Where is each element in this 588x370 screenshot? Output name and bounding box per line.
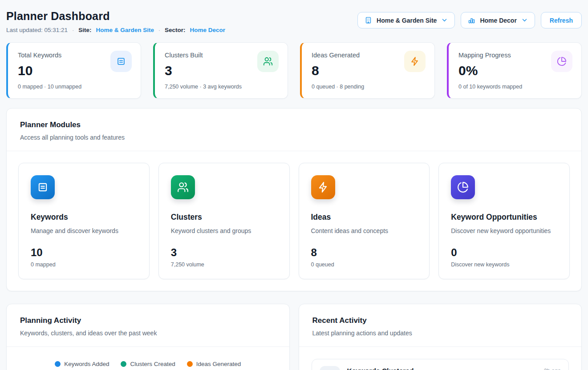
chevron-down-icon [521,17,528,24]
planner-modules-header: Planner Modules Access all planning tool… [7,109,581,151]
site-selector-value: Home & Garden Site [377,17,437,24]
stat-subtext: 0 of 10 keywords mapped [458,84,572,90]
document-icon [110,51,132,72]
module-card-ideas[interactable]: Ideas Content ideas and concepts 8 0 que… [299,163,430,279]
stat-subtext: 0 mapped · 10 unmapped [18,84,131,90]
site-label: Site: [78,27,91,33]
page-title: Planner Dashboard [6,10,225,23]
planning-activity-panel: Planning Activity Keywords, clusters, an… [6,304,290,370]
zap-icon [404,51,426,72]
pie-chart-icon [451,175,475,199]
module-description: Keyword clusters and groups [171,227,277,234]
section-title: Planner Modules [20,121,568,129]
zap-icon [311,175,335,199]
users-icon [320,366,340,370]
activity-timestamp: 2h ago [544,366,561,370]
module-description: Content ideas and concepts [311,227,418,234]
activity-list-item: Keywords Clustered 3 new clusters create… [312,359,569,370]
legend-label: Keywords Added [64,361,109,367]
sector-label: Sector: [165,27,186,33]
recent-activity-panel: Recent Activity Latest planning actions … [299,304,582,370]
module-subtext: Discover new keywords [451,261,557,268]
chart-legend: Keywords Added Clusters Created Ideas Ge… [7,361,289,367]
last-updated-text: Last updated: 05:31:21 [6,27,68,33]
module-card-keyword-opportunities[interactable]: Keyword Opportunities Discover new keywo… [438,163,570,279]
users-icon [257,51,279,72]
site-link[interactable]: Home & Garden Site [96,27,154,33]
stat-card-mapping-progress: Mapping Progress 0% 0 of 10 keywords map… [447,42,582,99]
recent-activity-header: Recent Activity Latest planning actions … [299,304,582,347]
topbar-left: Planner Dashboard Last updated: 05:31:21… [6,10,225,33]
legend-label: Ideas Generated [196,361,241,367]
stat-card-ideas-generated: Ideas Generated 8 0 queued · 8 pending [300,42,435,99]
legend-item-ideas-generated[interactable]: Ideas Generated [187,361,241,367]
legend-item-keywords-added[interactable]: Keywords Added [55,361,109,367]
module-description: Manage and discover keywords [31,227,137,234]
meta-separator: · [72,27,74,33]
module-subtext: 7,250 volume [171,261,277,268]
topbar: Planner Dashboard Last updated: 05:31:21… [6,10,582,33]
users-icon [171,175,195,199]
activity-title: Keywords Clustered [347,367,537,370]
legend-label: Clusters Created [130,361,175,367]
section-subtitle: Latest planning actions and updates [312,330,568,337]
sector-selector-dropdown[interactable]: Home Decor [461,12,535,28]
module-subtext: 0 mapped [31,261,137,268]
stat-subtext: 7,250 volume · 3 avg keywords [165,84,278,90]
activity-text: Keywords Clustered 3 new clusters create… [347,366,537,370]
sector-link[interactable]: Home Decor [190,27,225,33]
document-icon [31,175,55,199]
bottom-row: Planning Activity Keywords, clusters, an… [6,304,582,370]
module-value: 10 [31,246,137,259]
stat-cards-row: Total Keywords 10 0 mapped · 10 unmapped… [6,42,582,99]
module-cards-grid: Keywords Manage and discover keywords 10… [7,151,581,291]
module-title: Keywords [31,213,137,222]
module-value: 8 [311,246,418,259]
section-title: Planning Activity [20,316,276,325]
module-card-keywords[interactable]: Keywords Manage and discover keywords 10… [18,163,150,279]
section-title: Recent Activity [312,316,568,325]
legend-dot-icon [121,361,126,367]
recent-activity-list: Keywords Clustered 3 new clusters create… [299,347,582,370]
meta-separator: · [158,27,160,33]
refresh-button[interactable]: Refresh [541,12,582,28]
module-title: Keyword Opportunities [451,213,557,222]
stat-card-total-keywords: Total Keywords 10 0 mapped · 10 unmapped [6,42,141,99]
section-subtitle: Access all planning tools and features [20,134,568,141]
building-icon [365,16,372,24]
chevron-down-icon [441,17,448,24]
site-selector-dropdown[interactable]: Home & Garden Site [357,12,455,28]
module-title: Clusters [171,213,277,222]
topbar-controls: Home & Garden Site Home Decor [357,12,582,28]
module-subtext: 0 queued [311,261,418,268]
planner-modules-panel: Planner Modules Access all planning tool… [6,108,582,291]
meta-line: Last updated: 05:31:21 · Site: Home & Ga… [6,27,225,33]
module-description: Discover new keyword opportunities [451,227,557,234]
legend-dot-icon [187,361,193,367]
bar-chart-icon [468,16,475,24]
sector-selector-value: Home Decor [480,17,516,24]
module-value: 3 [171,246,277,259]
legend-dot-icon [55,361,61,367]
planning-activity-header: Planning Activity Keywords, clusters, an… [7,304,289,347]
stat-subtext: 0 queued · 8 pending [312,84,425,90]
module-card-clusters[interactable]: Clusters Keyword clusters and groups 3 7… [158,163,290,279]
module-title: Ideas [311,213,418,222]
module-value: 0 [451,246,557,259]
section-subtitle: Keywords, clusters, and ideas over the p… [20,330,276,337]
pie-chart-icon [551,51,572,72]
planner-dashboard-page: Planner Dashboard Last updated: 05:31:21… [0,0,588,370]
stat-card-clusters-built: Clusters Built 3 7,250 volume · 3 avg ke… [153,42,288,99]
legend-item-clusters-created[interactable]: Clusters Created [121,361,175,367]
